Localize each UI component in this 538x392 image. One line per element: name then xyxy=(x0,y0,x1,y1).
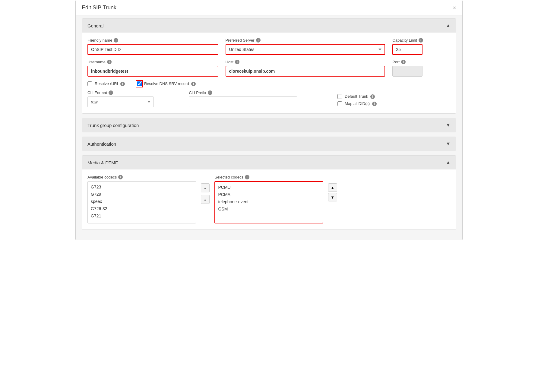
cli-prefix-label: CLI Prefix i xyxy=(189,90,330,95)
map-all-dids-info-icon: i xyxy=(372,102,377,106)
map-all-dids-group: Map all DID(s) i xyxy=(337,101,451,106)
port-info-icon: i xyxy=(401,60,406,64)
available-codecs-group: Available codecs i G723 G729 speex G726-… xyxy=(87,175,196,223)
general-section-body: Friendly name i Preferred Server i Unite… xyxy=(82,33,456,113)
selected-codecs-list[interactable]: PCMU PCMA telephone-event GSM xyxy=(214,181,323,223)
cli-prefix-input[interactable] xyxy=(189,96,297,107)
list-item[interactable]: PCMA xyxy=(215,191,322,198)
capacity-limit-info-icon: i xyxy=(419,38,423,43)
media-dtmf-section-body: Available codecs i G723 G729 speex G726-… xyxy=(82,169,456,229)
trunk-group-section: Trunk group configuration ▼ xyxy=(82,118,456,132)
default-trunk-info-icon: i xyxy=(370,94,375,99)
username-label: Username i xyxy=(87,60,218,64)
default-trunk-checkbox[interactable] xyxy=(337,94,342,99)
authentication-chevron-icon: ▼ xyxy=(446,141,451,147)
preferred-server-info-icon: i xyxy=(256,38,261,43)
host-input[interactable] xyxy=(226,66,385,77)
port-group: Port i xyxy=(392,60,451,77)
move-up-button[interactable]: ▲ xyxy=(328,183,337,192)
media-dtmf-section: Media & DTMF ▲ Available codecs i G723 G… xyxy=(82,155,456,230)
move-right-button[interactable]: » xyxy=(201,195,210,204)
list-item[interactable]: G729 xyxy=(88,191,196,198)
resolve-ruri-label: Resolve rURI i xyxy=(95,81,125,86)
capacity-limit-label: Capacity Limit i xyxy=(392,38,451,43)
selected-codecs-label: Selected codecs i xyxy=(214,175,323,179)
cli-format-label: CLI Format i xyxy=(87,90,182,95)
general-section-header[interactable]: General ▲ xyxy=(82,19,456,33)
host-label: Host i xyxy=(226,60,385,64)
media-dtmf-section-header[interactable]: Media & DTMF ▲ xyxy=(82,156,456,169)
port-label: Port i xyxy=(392,60,451,64)
capacity-limit-input[interactable] xyxy=(392,44,422,55)
cli-prefix-info-icon: i xyxy=(208,90,212,95)
resolve-ruri-checkbox[interactable] xyxy=(87,81,92,86)
resolve-dns-checkbox[interactable] xyxy=(137,81,142,86)
host-group: Host i xyxy=(226,60,385,77)
trunk-group-section-header[interactable]: Trunk group configuration ▼ xyxy=(82,118,456,132)
codec-order-controls: ▲ ▼ xyxy=(328,175,337,201)
preferred-server-group: Preferred Server i United States xyxy=(226,38,385,55)
dialog-header: Edit SIP Trunk × xyxy=(76,0,462,15)
dialog-body: General ▲ Friendly name i Preferr xyxy=(76,15,462,240)
cli-format-group: CLI Format i raw xyxy=(87,90,182,107)
move-down-button[interactable]: ▼ xyxy=(328,193,337,201)
default-trunk-group: Default Trunk i xyxy=(337,94,451,99)
available-codecs-label: Available codecs i xyxy=(87,175,196,179)
codec-move-controls: « » xyxy=(201,175,210,204)
list-item[interactable]: G721 xyxy=(88,212,196,220)
default-trunk-label: Default Trunk i xyxy=(345,94,375,99)
selected-codecs-group: Selected codecs i PCMU PCMA telephone-ev… xyxy=(214,175,323,223)
friendly-name-input[interactable] xyxy=(87,44,218,55)
cli-checkboxes-group: Default Trunk i Map all DID(s) i xyxy=(337,94,451,107)
media-dtmf-chevron-icon: ▲ xyxy=(446,160,451,165)
general-section: General ▲ Friendly name i Preferr xyxy=(82,18,456,114)
trunk-group-chevron-icon: ▼ xyxy=(446,122,451,128)
username-input[interactable] xyxy=(87,66,218,77)
move-left-button[interactable]: « xyxy=(201,183,210,192)
general-chevron-icon: ▲ xyxy=(446,23,451,28)
friendly-name-info-icon: i xyxy=(114,38,118,43)
list-item[interactable]: G726-32 xyxy=(88,205,196,212)
authentication-section-header[interactable]: Authentication ▼ xyxy=(82,137,456,151)
friendly-name-group: Friendly name i xyxy=(87,38,218,55)
general-row-1: Friendly name i Preferred Server i Unite… xyxy=(87,38,451,55)
preferred-server-select[interactable]: United States xyxy=(226,44,385,55)
preferred-server-label: Preferred Server i xyxy=(226,38,385,43)
map-all-dids-label: Map all DID(s) i xyxy=(345,101,377,106)
friendly-name-label: Friendly name i xyxy=(87,38,218,43)
resolve-ruri-info-icon: i xyxy=(120,82,125,86)
list-item[interactable]: speex xyxy=(88,198,196,205)
selected-codecs-info-icon: i xyxy=(245,175,249,179)
media-dtmf-section-title: Media & DTMF xyxy=(87,160,118,165)
username-group: Username i xyxy=(87,60,218,77)
resolve-ruri-group: Resolve rURI i xyxy=(87,81,125,86)
dialog-title: Edit SIP Trunk xyxy=(82,5,116,11)
host-info-icon: i xyxy=(235,60,239,64)
edit-sip-trunk-dialog: Edit SIP Trunk × General ▲ Friendly name… xyxy=(75,0,463,240)
port-input[interactable] xyxy=(392,66,422,77)
list-item[interactable]: PCMU xyxy=(215,184,322,191)
list-item[interactable]: telephone-event xyxy=(215,198,322,205)
authentication-section-title: Authentication xyxy=(87,141,116,147)
list-item[interactable]: GSM xyxy=(215,205,322,213)
checkbox-row: Resolve rURI i Resolve DNS SRV record i xyxy=(87,81,451,86)
list-item[interactable]: G723 xyxy=(88,183,196,191)
cli-prefix-group: CLI Prefix i xyxy=(189,90,330,107)
username-info-icon: i xyxy=(107,60,112,64)
resolve-dns-label: Resolve DNS SRV record i xyxy=(144,81,196,86)
cli-format-select[interactable]: raw xyxy=(87,96,154,107)
resolve-dns-info-icon: i xyxy=(191,82,196,86)
general-section-title: General xyxy=(87,23,103,28)
authentication-section: Authentication ▼ xyxy=(82,137,456,151)
codecs-row: Available codecs i G723 G729 speex G726-… xyxy=(87,175,451,223)
close-button[interactable]: × xyxy=(453,5,456,11)
available-codecs-list[interactable]: G723 G729 speex G726-32 G721 xyxy=(87,181,196,223)
available-codecs-info-icon: i xyxy=(118,175,123,179)
capacity-limit-group: Capacity Limit i xyxy=(392,38,451,55)
general-row-2: Username i Host i Port xyxy=(87,60,451,77)
resolve-dns-group: Resolve DNS SRV record i xyxy=(137,81,196,86)
cli-row: CLI Format i raw CLI Prefix i xyxy=(87,90,451,107)
map-all-dids-checkbox[interactable] xyxy=(337,101,342,106)
cli-format-info-icon: i xyxy=(109,90,113,95)
trunk-group-section-title: Trunk group configuration xyxy=(87,123,139,128)
